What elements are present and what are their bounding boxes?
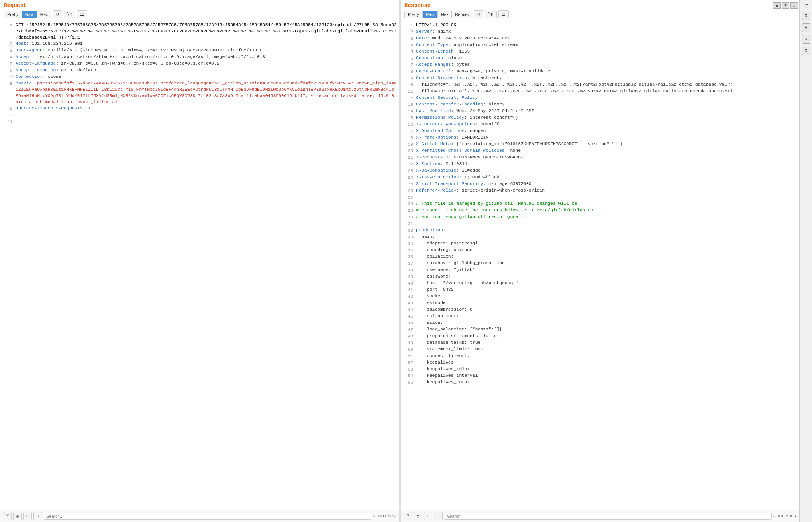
line-content: database: gitlabhq_production bbox=[416, 260, 798, 266]
request-tab-pretty[interactable]: Pretty bbox=[4, 11, 22, 18]
request-tab-hex[interactable]: Hex bbox=[37, 11, 51, 18]
table-row: 6Connection: close bbox=[401, 55, 799, 62]
response-content: 1HTTP/1.1 200 OK2Server: nginx3Date: Wed… bbox=[401, 20, 799, 510]
response-back-icon[interactable]: ← bbox=[424, 512, 432, 520]
line-number: 9 bbox=[402, 75, 413, 81]
table-row: 22X-Runtime: 0.110314 bbox=[401, 161, 799, 167]
line-content: HTTP/1.1 200 OK bbox=[416, 22, 798, 28]
sidebar-r-btn-1[interactable]: R bbox=[802, 12, 810, 20]
line-content: X-Download-Options: noopen bbox=[416, 128, 798, 134]
line-number: 15 bbox=[402, 114, 413, 121]
table-row: 31 bbox=[401, 220, 799, 227]
table-row: 50 statement_limit: 1000 bbox=[401, 346, 799, 353]
response-toolbar: Pretty Raw Hex Render ⊟ \n ☰ bbox=[404, 10, 795, 18]
line-number: 6 bbox=[402, 55, 413, 62]
sidebar-r-btn-3[interactable]: R bbox=[802, 35, 810, 44]
line-number: 2 bbox=[2, 40, 12, 47]
line-number: 50 bbox=[402, 346, 413, 353]
response-forward-icon[interactable]: → bbox=[434, 512, 443, 520]
line-content: GET /45245245/453543/785785875/785785785… bbox=[16, 22, 397, 40]
table-row: 3Date: Wed, 24 May 2023 05:09:49 GMT bbox=[401, 35, 799, 42]
response-newline-icon[interactable]: \n bbox=[485, 11, 497, 18]
response-menu-icon[interactable]: ☰ bbox=[498, 10, 509, 18]
line-content: Content-Security-Policy: bbox=[416, 95, 798, 101]
line-content: host: "/var/opt/gitlab/postgresql" bbox=[416, 280, 798, 286]
line-number: 52 bbox=[402, 359, 413, 366]
table-row: 7Connection: close bbox=[0, 74, 399, 80]
line-number: 21 bbox=[402, 154, 413, 161]
request-help-icon[interactable]: ? bbox=[3, 512, 12, 520]
line-content: Content-Transfer-Encoding: binary bbox=[416, 101, 798, 107]
table-row: 33 main: bbox=[401, 234, 799, 240]
response-tab-pretty[interactable]: Pretty bbox=[405, 11, 423, 18]
line-number: 12 bbox=[402, 95, 413, 101]
line-number: 7 bbox=[2, 74, 12, 80]
line-content: Cookie: psessionb8f0f155-d6a6-4a90-8525-… bbox=[16, 80, 397, 105]
table-row: 49 database_tasks: true bbox=[401, 339, 799, 346]
line-content: sslrootcert: bbox=[416, 313, 798, 319]
line-number: 45 bbox=[402, 313, 413, 320]
line-number: 38 bbox=[402, 267, 413, 273]
table-row: 16X-Content-Type-Options: nosniff bbox=[401, 121, 799, 128]
line-content: port: 5432 bbox=[416, 286, 798, 293]
table-row: 10 bbox=[0, 112, 399, 118]
request-content: 1GET /45245245/453543/785785875/78578578… bbox=[0, 20, 399, 510]
line-number: 1 bbox=[402, 22, 413, 28]
request-filter-icon[interactable]: ⊟ bbox=[53, 10, 62, 18]
response-settings-icon[interactable]: ⚙ bbox=[414, 512, 422, 520]
request-title: Request bbox=[4, 2, 395, 9]
line-content: filename*=UTF-8''..%2F..%2F..%2F..%2F..%… bbox=[416, 88, 798, 94]
table-row: 4Accept: text/html,application/xhtml+xml… bbox=[0, 54, 399, 60]
request-matches-label: 0 matches bbox=[373, 514, 396, 518]
grid-view-button[interactable]: ⊞ bbox=[773, 2, 781, 9]
table-row: 42 socket: bbox=[401, 293, 799, 300]
line-content: password: bbox=[416, 273, 798, 279]
request-back-icon[interactable]: ← bbox=[23, 512, 32, 520]
request-menu-icon[interactable]: ☰ bbox=[77, 10, 88, 18]
line-content: adapter: postgresql bbox=[416, 240, 798, 246]
request-newline-icon[interactable]: \n bbox=[64, 11, 75, 18]
line-content: Content-Disposition: attachment; bbox=[416, 75, 798, 81]
line-content: collation: bbox=[416, 253, 798, 260]
response-tab-render[interactable]: Render bbox=[452, 11, 472, 18]
window-controls: ⊞ ≡ ✕ bbox=[773, 2, 798, 9]
response-filter-icon[interactable]: ⊟ bbox=[474, 10, 483, 18]
response-title: Response bbox=[404, 2, 795, 9]
close-button[interactable]: ✕ bbox=[790, 2, 798, 9]
table-row: 48 prepared_statements: false bbox=[401, 333, 799, 339]
line-number: 5 bbox=[2, 60, 12, 67]
request-search-input[interactable] bbox=[44, 513, 371, 520]
table-row: 27 bbox=[401, 194, 799, 200]
request-forward-icon[interactable]: → bbox=[33, 512, 42, 520]
line-number: 44 bbox=[402, 306, 413, 313]
request-tab-raw[interactable]: Raw bbox=[22, 11, 37, 18]
list-view-button[interactable]: ≡ bbox=[782, 2, 789, 9]
request-settings-icon[interactable]: ⚙ bbox=[13, 512, 22, 520]
table-row: 13Content-Transfer-Encoding: binary bbox=[401, 101, 799, 108]
table-row: 21X-Request-Id: 01H16ZKMPNFBVHRSFKBS9GAR… bbox=[401, 154, 799, 161]
sidebar-r-btn-2[interactable]: R bbox=[802, 23, 810, 32]
table-row: 38 username: "gitlab" bbox=[401, 267, 799, 273]
line-content: main: bbox=[416, 234, 798, 240]
line-number: 30 bbox=[402, 214, 413, 220]
response-bottom-bar: ? ⚙ ← → 0 matches bbox=[401, 510, 799, 522]
line-number: 7 bbox=[402, 62, 413, 68]
line-content: Cache-Control: max-age=0, private, must-… bbox=[416, 68, 798, 74]
line-content: # erased! To change the contents below, … bbox=[416, 207, 798, 213]
line-content: Accept-Encoding: gzip, deflate bbox=[16, 67, 397, 73]
line-number: 4 bbox=[2, 54, 12, 60]
response-tab-raw[interactable]: Raw bbox=[423, 11, 438, 18]
response-matches-label: 0 matches bbox=[773, 514, 796, 518]
response-help-icon[interactable]: ? bbox=[404, 512, 412, 520]
line-content: sslcompression: 0 bbox=[416, 306, 798, 313]
line-content: Accept-Ranges: bytes bbox=[416, 62, 798, 68]
line-content: Upgrade-Insecure-Requests: 1 bbox=[16, 105, 397, 111]
response-tab-hex[interactable]: Hex bbox=[438, 11, 452, 18]
line-number: 1 bbox=[2, 22, 12, 28]
sidebar-r-btn-4[interactable]: R bbox=[802, 47, 810, 55]
table-row: 2Server: nginx bbox=[401, 28, 799, 35]
response-search-input[interactable] bbox=[444, 513, 772, 520]
line-content: encoding: unicode bbox=[416, 247, 798, 253]
line-number: 18 bbox=[402, 134, 413, 141]
table-row: 8Cache-Control: max-age=0, private, must… bbox=[401, 68, 799, 75]
